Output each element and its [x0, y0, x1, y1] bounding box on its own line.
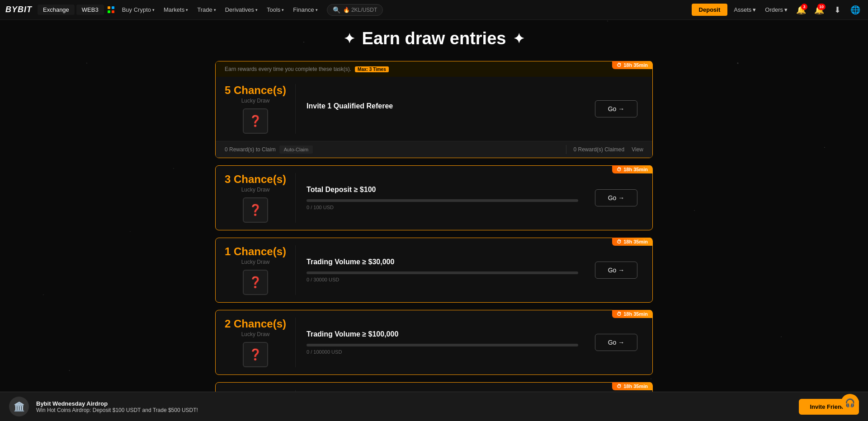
progress-bar-wrap — [307, 199, 578, 202]
nav-derivatives[interactable]: Derivatives ▾ — [222, 5, 261, 15]
logo: BYBIT — [5, 5, 32, 14]
timer-badge: ⏱ 18h 35min — [612, 310, 652, 318]
view-button[interactable]: View — [632, 146, 643, 153]
nav-orders[interactable]: Orders ▾ — [762, 5, 790, 15]
task-title: Total Deposit ≥ $100 — [307, 186, 578, 194]
task-title: Trading Volume ≥ $100,000 — [307, 330, 578, 338]
deposit-button[interactable]: Deposit — [692, 4, 728, 16]
bell-badge: 3 — [801, 4, 807, 10]
chevron-down-icon: ▾ — [784, 6, 788, 13]
progress-label: 0 / 30000 USD — [307, 277, 578, 282]
page-title-section: ✦ Earn draw entries ✦ — [215, 29, 653, 48]
go-button[interactable]: Go → — [595, 100, 638, 117]
page-title: ✦ Earn draw entries ✦ — [344, 29, 525, 48]
task-card-2: ⏱ 18h 35min 3 Chance(s) Lucky Draw ❓ Tot… — [215, 165, 653, 230]
claim-reward-text: 0 Reward(s) to Claim — [225, 146, 276, 153]
claim-left: 0 Reward(s) to Claim Auto-Claim — [225, 145, 559, 154]
promo-icon: 🏛️ — [9, 397, 29, 416]
chevron-down-icon: ▾ — [186, 8, 188, 12]
nav-tab-exchange[interactable]: Exchange — [38, 5, 75, 15]
alerts-button[interactable]: 🔔 10 — [812, 3, 826, 17]
task-title: Trading Volume ≥ $30,000 — [307, 258, 578, 266]
task-title: Invite 1 Qualified Referee — [307, 102, 578, 110]
card-left: 5 Chance(s) Lucky Draw ❓ — [225, 84, 296, 134]
promo-texts: Bybit Wednesday Airdrop Win Hot Coins Ai… — [36, 400, 792, 413]
search-icon: 🔍 — [333, 6, 340, 14]
language-button[interactable]: 🌐 — [848, 3, 863, 17]
progress-label: 0 / 100 USD — [307, 205, 578, 210]
timer-text: 18h 35min — [623, 384, 648, 389]
notice-text: Earn rewards every time you complete the… — [225, 66, 351, 72]
chevron-down-icon: ▾ — [214, 8, 216, 12]
cards-container: Earn rewards every time you complete the… — [215, 61, 653, 421]
nav-tab-web3[interactable]: WEB3 — [76, 5, 104, 15]
timer-badge: ⏱ 18h 35min — [612, 165, 652, 173]
timer-badge: ⏱ 18h 35min — [612, 238, 652, 246]
max-badge: Max: 3 Times — [355, 66, 389, 72]
chevron-down-icon: ▾ — [255, 8, 258, 12]
card-center: Trading Volume ≥ $100,000 0 / 100000 USD — [296, 318, 589, 367]
nav-tools[interactable]: Tools ▾ — [263, 5, 288, 15]
card-left: 3 Chance(s) Lucky Draw ❓ — [225, 173, 296, 223]
clock-icon: ⏱ — [617, 62, 622, 68]
chevron-down-icon: ▾ — [753, 6, 756, 13]
alerts-badge: 10 — [817, 4, 826, 10]
help-button[interactable]: 🎧 — [841, 394, 859, 412]
gift-icon: ❓ — [243, 342, 268, 367]
timer-text: 18h 35min — [623, 311, 648, 317]
task-card-1: Earn rewards every time you complete the… — [215, 61, 653, 158]
task-card-3: ⏱ 18h 35min 1 Chance(s) Lucky Draw ❓ Tra… — [215, 238, 653, 303]
nav-buy-crypto[interactable]: Buy Crypto ▾ — [118, 5, 158, 15]
go-button[interactable]: Go → — [595, 262, 638, 279]
card-left: 2 Chance(s) Lucky Draw ❓ — [225, 318, 296, 367]
chances-label: 3 Chance(s) — [225, 173, 286, 186]
download-button[interactable]: ⬇ — [830, 3, 844, 17]
search-bar[interactable]: 🔍 🔥 2KL/USDT — [327, 4, 383, 16]
progress-bar-wrap — [307, 344, 578, 346]
card-left: 1 Chance(s) Lucky Draw ❓ — [225, 245, 296, 295]
nav-trade[interactable]: Trade ▾ — [193, 5, 219, 15]
task-card-4: ⏱ 18h 35min 2 Chance(s) Lucky Draw ❓ Tra… — [215, 310, 653, 375]
star-left-icon: ✦ — [344, 31, 355, 47]
card-right: Go → — [589, 245, 643, 295]
claimed-text: 0 Reward(s) Claimed — [574, 146, 625, 153]
auto-claim-button[interactable]: Auto-Claim — [279, 145, 313, 154]
clock-icon: ⏱ — [617, 311, 622, 317]
navbar: BYBIT Exchange WEB3 Buy Crypto ▾ Markets… — [0, 0, 868, 20]
card-body: 5 Chance(s) Lucky Draw ❓ Invite 1 Qualif… — [216, 77, 652, 141]
clock-icon: ⏱ — [617, 239, 622, 244]
clock-icon: ⏱ — [617, 384, 622, 389]
card-right: Go → — [589, 318, 643, 367]
gift-icon: ❓ — [243, 197, 268, 223]
progress-label: 0 / 100000 USD — [307, 349, 578, 355]
card-right: Go → — [589, 173, 643, 223]
chances-label: 2 Chance(s) — [225, 318, 286, 330]
card-center: Trading Volume ≥ $30,000 0 / 30000 USD — [296, 245, 589, 295]
go-button[interactable]: Go → — [595, 189, 638, 206]
notifications-bell-button[interactable]: 🔔 3 — [794, 3, 808, 17]
chevron-down-icon: ▾ — [316, 8, 318, 12]
chances-label: 1 Chance(s) — [225, 245, 286, 258]
nav-markets[interactable]: Markets ▾ — [160, 5, 192, 15]
promo-bar: 🏛️ Bybit Wednesday Airdrop Win Hot Coins… — [0, 392, 868, 421]
lucky-draw-label: Lucky Draw — [241, 187, 270, 193]
promo-subtitle: Win Hot Coins Airdrop: Deposit $100 USDT… — [36, 407, 792, 413]
card-right: Go → — [589, 84, 643, 134]
card-body: 2 Chance(s) Lucky Draw ❓ Trading Volume … — [216, 310, 652, 374]
go-button[interactable]: Go → — [595, 334, 638, 351]
nav-assets[interactable]: Assets ▾ — [731, 5, 759, 15]
timer-badge: ⏱ 18h 35min — [612, 382, 652, 390]
apps-grid-icon[interactable] — [108, 6, 115, 14]
progress-bar-wrap — [307, 271, 578, 274]
gift-icon: ❓ — [243, 270, 268, 295]
lucky-draw-label: Lucky Draw — [241, 331, 270, 337]
star-right-icon: ✦ — [513, 31, 524, 47]
task-notice: Earn rewards every time you complete the… — [216, 61, 652, 77]
claim-divider — [566, 145, 566, 154]
nav-finance[interactable]: Finance ▾ — [289, 5, 321, 15]
main-content: ✦ Earn draw entries ✦ Earn rewards every… — [208, 20, 660, 421]
chevron-down-icon: ▾ — [282, 8, 284, 12]
timer-text: 18h 35min — [623, 167, 648, 172]
timer-text: 18h 35min — [623, 239, 648, 244]
chevron-down-icon: ▾ — [152, 8, 155, 12]
